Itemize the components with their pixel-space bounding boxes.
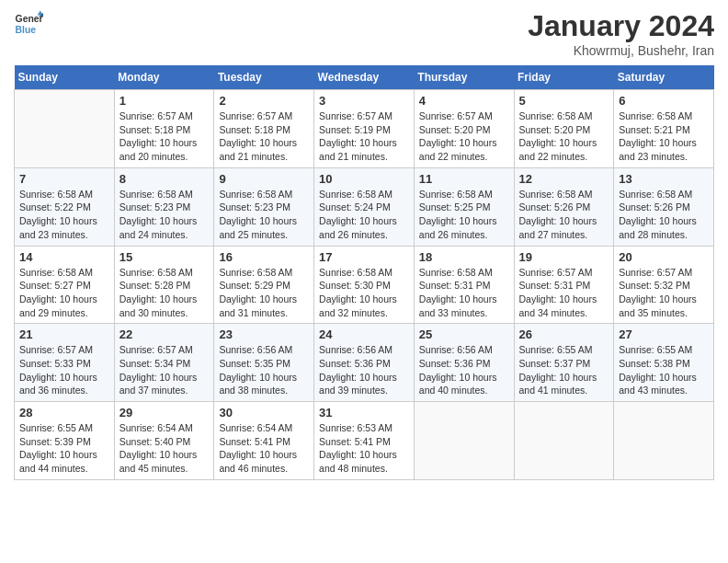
calendar-cell: 28Sunrise: 6:55 AM Sunset: 5:39 PM Dayli…: [15, 402, 115, 480]
day-number: 15: [119, 250, 210, 264]
svg-text:Blue: Blue: [16, 25, 37, 35]
day-number: 16: [219, 250, 309, 264]
calendar-cell: 9Sunrise: 6:58 AM Sunset: 5:23 PM Daylig…: [214, 167, 314, 246]
calendar-cell: 10Sunrise: 6:58 AM Sunset: 5:24 PM Dayli…: [314, 167, 415, 246]
day-number: 2: [219, 94, 309, 108]
calendar-cell: 30Sunrise: 6:54 AM Sunset: 5:41 PM Dayli…: [214, 402, 314, 480]
day-number: 5: [519, 94, 609, 108]
weekday-header-sunday: Sunday: [15, 65, 115, 90]
day-info: Sunrise: 6:57 AM Sunset: 5:31 PM Dayligh…: [519, 266, 609, 320]
day-info: Sunrise: 6:58 AM Sunset: 5:28 PM Dayligh…: [119, 266, 210, 320]
day-info: Sunrise: 6:53 AM Sunset: 5:41 PM Dayligh…: [319, 421, 409, 476]
day-info: Sunrise: 6:54 AM Sunset: 5:41 PM Dayligh…: [219, 421, 309, 476]
calendar-week-row: 7Sunrise: 6:58 AM Sunset: 5:22 PM Daylig…: [15, 167, 714, 246]
day-info: Sunrise: 6:56 AM Sunset: 5:35 PM Dayligh…: [219, 343, 309, 397]
day-number: 23: [219, 327, 309, 341]
calendar-table: SundayMondayTuesdayWednesdayThursdayFrid…: [14, 65, 714, 480]
calendar-cell: 23Sunrise: 6:56 AM Sunset: 5:35 PM Dayli…: [214, 324, 314, 402]
calendar-cell: 17Sunrise: 6:58 AM Sunset: 5:30 PM Dayli…: [314, 246, 415, 324]
calendar-cell: 25Sunrise: 6:56 AM Sunset: 5:36 PM Dayli…: [414, 324, 514, 402]
logo-icon: General Blue: [14, 9, 43, 39]
weekday-header-monday: Monday: [114, 65, 214, 90]
day-info: Sunrise: 6:57 AM Sunset: 5:19 PM Dayligh…: [319, 109, 409, 164]
day-number: 25: [419, 327, 509, 341]
calendar-cell: [414, 402, 514, 480]
day-info: Sunrise: 6:58 AM Sunset: 5:27 PM Dayligh…: [19, 266, 109, 320]
calendar-cell: 12Sunrise: 6:58 AM Sunset: 5:26 PM Dayli…: [514, 167, 614, 246]
day-info: Sunrise: 6:58 AM Sunset: 5:21 PM Dayligh…: [619, 109, 709, 164]
day-info: Sunrise: 6:57 AM Sunset: 5:33 PM Dayligh…: [19, 343, 109, 397]
day-number: 31: [319, 406, 409, 419]
day-number: 17: [319, 250, 409, 264]
calendar-week-row: 1Sunrise: 6:57 AM Sunset: 5:18 PM Daylig…: [15, 90, 714, 168]
day-number: 26: [519, 327, 609, 341]
day-number: 27: [619, 327, 709, 341]
page-header: General Blue January 2024 Khowrmuj, Bush…: [14, 9, 714, 58]
day-number: 22: [119, 327, 210, 341]
day-number: 20: [619, 250, 709, 264]
day-info: Sunrise: 6:55 AM Sunset: 5:37 PM Dayligh…: [519, 343, 609, 397]
calendar-cell: 5Sunrise: 6:58 AM Sunset: 5:20 PM Daylig…: [514, 90, 614, 168]
day-number: 8: [119, 172, 210, 186]
day-info: Sunrise: 6:55 AM Sunset: 5:38 PM Dayligh…: [619, 343, 709, 397]
location: Khowrmuj, Bushehr, Iran: [528, 43, 714, 58]
calendar-week-row: 21Sunrise: 6:57 AM Sunset: 5:33 PM Dayli…: [15, 324, 714, 402]
day-number: 28: [19, 406, 109, 419]
day-number: 14: [19, 250, 109, 264]
day-number: 9: [219, 172, 309, 186]
weekday-header-row: SundayMondayTuesdayWednesdayThursdayFrid…: [15, 65, 714, 90]
day-info: Sunrise: 6:58 AM Sunset: 5:24 PM Dayligh…: [319, 188, 409, 242]
calendar-week-row: 28Sunrise: 6:55 AM Sunset: 5:39 PM Dayli…: [15, 402, 714, 480]
svg-text:General: General: [16, 14, 43, 24]
calendar-cell: 4Sunrise: 6:57 AM Sunset: 5:20 PM Daylig…: [414, 90, 514, 168]
calendar-cell: 19Sunrise: 6:57 AM Sunset: 5:31 PM Dayli…: [514, 246, 614, 324]
calendar-cell: 7Sunrise: 6:58 AM Sunset: 5:22 PM Daylig…: [15, 167, 115, 246]
day-number: 24: [319, 327, 409, 341]
calendar-cell: 2Sunrise: 6:57 AM Sunset: 5:18 PM Daylig…: [214, 90, 314, 168]
calendar-cell: 16Sunrise: 6:58 AM Sunset: 5:29 PM Dayli…: [214, 246, 314, 324]
day-number: 30: [219, 406, 309, 419]
calendar-cell: 8Sunrise: 6:58 AM Sunset: 5:23 PM Daylig…: [114, 167, 214, 246]
calendar-cell: 26Sunrise: 6:55 AM Sunset: 5:37 PM Dayli…: [514, 324, 614, 402]
calendar-cell: 29Sunrise: 6:54 AM Sunset: 5:40 PM Dayli…: [114, 402, 214, 480]
calendar-cell: 24Sunrise: 6:56 AM Sunset: 5:36 PM Dayli…: [314, 324, 415, 402]
day-info: Sunrise: 6:57 AM Sunset: 5:18 PM Dayligh…: [219, 109, 309, 164]
calendar-cell: 22Sunrise: 6:57 AM Sunset: 5:34 PM Dayli…: [114, 324, 214, 402]
calendar-cell: [514, 402, 614, 480]
calendar-cell: 1Sunrise: 6:57 AM Sunset: 5:18 PM Daylig…: [114, 90, 214, 168]
logo: General Blue: [14, 9, 43, 39]
day-info: Sunrise: 6:58 AM Sunset: 5:31 PM Dayligh…: [419, 266, 509, 320]
day-info: Sunrise: 6:55 AM Sunset: 5:39 PM Dayligh…: [19, 421, 109, 476]
calendar-cell: 6Sunrise: 6:58 AM Sunset: 5:21 PM Daylig…: [614, 90, 714, 168]
day-number: 4: [419, 94, 509, 108]
day-number: 6: [619, 94, 709, 108]
weekday-header-friday: Friday: [514, 65, 614, 90]
day-number: 10: [319, 172, 409, 186]
calendar-cell: 20Sunrise: 6:57 AM Sunset: 5:32 PM Dayli…: [614, 246, 714, 324]
day-info: Sunrise: 6:58 AM Sunset: 5:29 PM Dayligh…: [219, 266, 309, 320]
day-info: Sunrise: 6:58 AM Sunset: 5:23 PM Dayligh…: [219, 188, 309, 242]
day-info: Sunrise: 6:58 AM Sunset: 5:25 PM Dayligh…: [419, 188, 509, 242]
weekday-header-saturday: Saturday: [614, 65, 714, 90]
day-info: Sunrise: 6:56 AM Sunset: 5:36 PM Dayligh…: [419, 343, 509, 397]
calendar-cell: 15Sunrise: 6:58 AM Sunset: 5:28 PM Dayli…: [114, 246, 214, 324]
weekday-header-wednesday: Wednesday: [314, 65, 415, 90]
day-number: 29: [119, 406, 210, 419]
calendar-cell: [614, 402, 714, 480]
day-info: Sunrise: 6:58 AM Sunset: 5:23 PM Dayligh…: [119, 188, 210, 242]
day-info: Sunrise: 6:57 AM Sunset: 5:34 PM Dayligh…: [119, 343, 210, 397]
day-info: Sunrise: 6:57 AM Sunset: 5:32 PM Dayligh…: [619, 266, 709, 320]
calendar-week-row: 14Sunrise: 6:58 AM Sunset: 5:27 PM Dayli…: [15, 246, 714, 324]
day-number: 19: [519, 250, 609, 264]
day-number: 3: [319, 94, 409, 108]
calendar-cell: 31Sunrise: 6:53 AM Sunset: 5:41 PM Dayli…: [314, 402, 415, 480]
day-info: Sunrise: 6:58 AM Sunset: 5:20 PM Dayligh…: [519, 109, 609, 164]
day-info: Sunrise: 6:58 AM Sunset: 5:22 PM Dayligh…: [19, 188, 109, 242]
day-number: 13: [619, 172, 709, 186]
weekday-header-tuesday: Tuesday: [214, 65, 314, 90]
day-info: Sunrise: 6:54 AM Sunset: 5:40 PM Dayligh…: [119, 421, 210, 476]
day-info: Sunrise: 6:58 AM Sunset: 5:26 PM Dayligh…: [619, 188, 709, 242]
calendar-cell: 14Sunrise: 6:58 AM Sunset: 5:27 PM Dayli…: [15, 246, 115, 324]
calendar-cell: 18Sunrise: 6:58 AM Sunset: 5:31 PM Dayli…: [414, 246, 514, 324]
day-info: Sunrise: 6:58 AM Sunset: 5:26 PM Dayligh…: [519, 188, 609, 242]
